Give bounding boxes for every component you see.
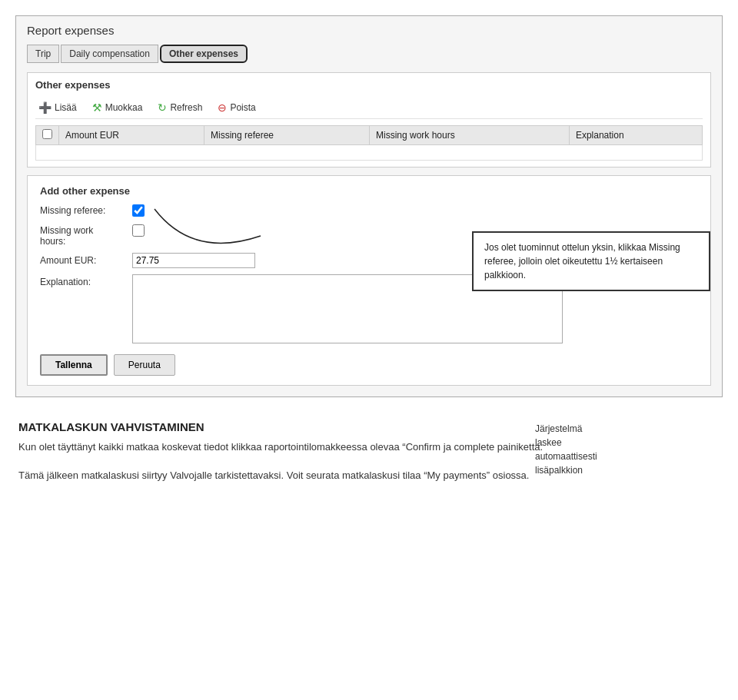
text-paragraph-2: Tämä jälkeen matkalaskusi siirtyy Valvoj… — [18, 468, 720, 484]
refresh-icon: ↻ — [158, 101, 167, 114]
text-paragraph-1: Kun olet täyttänyt kaikki matkaa koskeva… — [18, 440, 720, 456]
explanation-label: Explanation: — [40, 274, 132, 287]
table-row-empty — [36, 145, 703, 161]
other-expenses-title: Other expenses — [35, 79, 703, 91]
col-explanation: Explanation — [569, 126, 702, 145]
edit-button[interactable]: ⚒ Muokkaa — [89, 100, 146, 115]
page-container: Report expenses Trip Daily compensation … — [15, 15, 723, 484]
amount-eur-label: Amount EUR: — [40, 253, 132, 266]
col-missing-work-hours: Missing work hours — [369, 126, 569, 145]
missing-referee-checkbox[interactable] — [132, 204, 145, 217]
amount-eur-input[interactable] — [132, 253, 255, 268]
tab-daily-compensation[interactable]: Daily compensation — [61, 45, 158, 63]
callout-box-2: Järjestelmä laskee automaattisesti lisäp… — [535, 422, 597, 477]
text-heading: MATKALASKUN VAHVISTAMINEN — [18, 420, 720, 433]
refresh-button[interactable]: ↻ Refresh — [155, 100, 205, 115]
select-all-checkbox[interactable] — [42, 129, 52, 139]
text-section: MATKALASKUN VAHVISTAMINEN Kun olet täytt… — [15, 420, 723, 484]
missing-work-hours-label: Missing workhours: — [40, 223, 132, 247]
panel-title: Report expenses — [27, 24, 711, 37]
delete-button[interactable]: ⊖ Poista — [214, 100, 258, 115]
cancel-button[interactable]: Peruuta — [114, 354, 175, 376]
edit-icon: ⚒ — [92, 101, 102, 114]
missing-referee-label: Missing referee: — [40, 203, 132, 216]
col-missing-referee: Missing referee — [204, 126, 369, 145]
main-panel: Report expenses Trip Daily compensation … — [15, 15, 723, 397]
add-expense-form: Add other expense Missing referee: Missi… — [27, 175, 711, 386]
delete-icon: ⊖ — [218, 101, 227, 114]
expenses-table: Amount EUR Missing referee Missing work … — [35, 125, 703, 161]
tab-trip[interactable]: Trip — [27, 45, 59, 63]
missing-referee-row: Missing referee: — [40, 203, 698, 217]
missing-work-hours-checkbox[interactable] — [132, 224, 145, 237]
tab-other-expenses[interactable]: Other expenses — [160, 45, 248, 63]
add-button[interactable]: ➕ Lisää — [35, 100, 80, 115]
tabs: Trip Daily compensation Other expenses — [27, 45, 711, 63]
col-checkbox — [36, 126, 59, 145]
toolbar: ➕ Lisää ⚒ Muokkaa ↻ Refresh ⊖ Poista — [35, 97, 703, 119]
other-expenses-section: Other expenses ➕ Lisää ⚒ Muokkaa ↻ Refre… — [27, 72, 711, 168]
add-icon: ➕ — [38, 101, 52, 114]
add-form-title: Add other expense — [40, 185, 698, 197]
form-buttons: Tallenna Peruuta — [40, 354, 698, 376]
col-amount: Amount EUR — [59, 126, 204, 145]
save-button[interactable]: Tallenna — [40, 354, 108, 376]
callout-box-1: Jos olet tuominnut ottelun yksin, klikka… — [472, 231, 710, 291]
